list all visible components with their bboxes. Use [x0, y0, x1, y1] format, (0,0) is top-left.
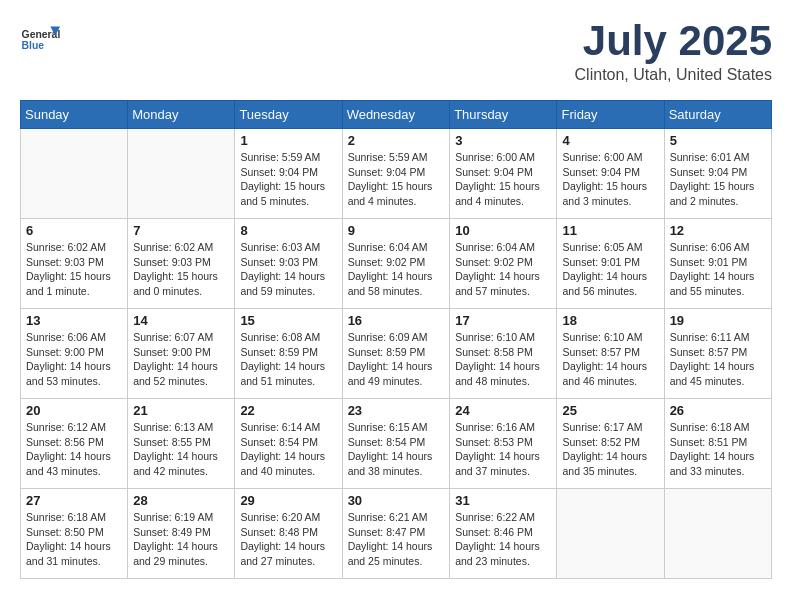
day-header-saturday: Saturday — [664, 101, 771, 129]
calendar-cell: 15Sunrise: 6:08 AM Sunset: 8:59 PM Dayli… — [235, 309, 342, 399]
day-number: 7 — [133, 223, 229, 238]
calendar-cell: 6Sunrise: 6:02 AM Sunset: 9:03 PM Daylig… — [21, 219, 128, 309]
calendar-cell: 19Sunrise: 6:11 AM Sunset: 8:57 PM Dayli… — [664, 309, 771, 399]
calendar-week-2: 6Sunrise: 6:02 AM Sunset: 9:03 PM Daylig… — [21, 219, 772, 309]
day-number: 29 — [240, 493, 336, 508]
day-info: Sunrise: 6:10 AM Sunset: 8:58 PM Dayligh… — [455, 330, 551, 389]
calendar-cell — [664, 489, 771, 579]
calendar-cell: 10Sunrise: 6:04 AM Sunset: 9:02 PM Dayli… — [450, 219, 557, 309]
calendar-cell: 7Sunrise: 6:02 AM Sunset: 9:03 PM Daylig… — [128, 219, 235, 309]
calendar-week-1: 1Sunrise: 5:59 AM Sunset: 9:04 PM Daylig… — [21, 129, 772, 219]
day-number: 8 — [240, 223, 336, 238]
day-number: 6 — [26, 223, 122, 238]
day-number: 23 — [348, 403, 445, 418]
day-info: Sunrise: 6:09 AM Sunset: 8:59 PM Dayligh… — [348, 330, 445, 389]
day-info: Sunrise: 6:14 AM Sunset: 8:54 PM Dayligh… — [240, 420, 336, 479]
day-header-tuesday: Tuesday — [235, 101, 342, 129]
day-info: Sunrise: 6:10 AM Sunset: 8:57 PM Dayligh… — [562, 330, 658, 389]
calendar-cell: 13Sunrise: 6:06 AM Sunset: 9:00 PM Dayli… — [21, 309, 128, 399]
day-number: 24 — [455, 403, 551, 418]
day-info: Sunrise: 6:11 AM Sunset: 8:57 PM Dayligh… — [670, 330, 766, 389]
location: Clinton, Utah, United States — [575, 66, 772, 84]
calendar-cell: 1Sunrise: 5:59 AM Sunset: 9:04 PM Daylig… — [235, 129, 342, 219]
day-info: Sunrise: 6:01 AM Sunset: 9:04 PM Dayligh… — [670, 150, 766, 209]
day-header-wednesday: Wednesday — [342, 101, 450, 129]
calendar-cell: 3Sunrise: 6:00 AM Sunset: 9:04 PM Daylig… — [450, 129, 557, 219]
day-info: Sunrise: 5:59 AM Sunset: 9:04 PM Dayligh… — [348, 150, 445, 209]
day-number: 3 — [455, 133, 551, 148]
page-header: General Blue July 2025 Clinton, Utah, Un… — [20, 20, 772, 84]
day-info: Sunrise: 5:59 AM Sunset: 9:04 PM Dayligh… — [240, 150, 336, 209]
day-header-monday: Monday — [128, 101, 235, 129]
calendar-cell: 27Sunrise: 6:18 AM Sunset: 8:50 PM Dayli… — [21, 489, 128, 579]
day-number: 22 — [240, 403, 336, 418]
calendar-table: SundayMondayTuesdayWednesdayThursdayFrid… — [20, 100, 772, 579]
day-info: Sunrise: 6:22 AM Sunset: 8:46 PM Dayligh… — [455, 510, 551, 569]
calendar-cell: 29Sunrise: 6:20 AM Sunset: 8:48 PM Dayli… — [235, 489, 342, 579]
day-number: 17 — [455, 313, 551, 328]
calendar-cell: 18Sunrise: 6:10 AM Sunset: 8:57 PM Dayli… — [557, 309, 664, 399]
calendar-week-4: 20Sunrise: 6:12 AM Sunset: 8:56 PM Dayli… — [21, 399, 772, 489]
calendar-week-3: 13Sunrise: 6:06 AM Sunset: 9:00 PM Dayli… — [21, 309, 772, 399]
day-info: Sunrise: 6:02 AM Sunset: 9:03 PM Dayligh… — [26, 240, 122, 299]
day-info: Sunrise: 6:08 AM Sunset: 8:59 PM Dayligh… — [240, 330, 336, 389]
day-number: 18 — [562, 313, 658, 328]
svg-text:Blue: Blue — [22, 40, 45, 51]
day-info: Sunrise: 6:04 AM Sunset: 9:02 PM Dayligh… — [348, 240, 445, 299]
day-number: 2 — [348, 133, 445, 148]
day-number: 28 — [133, 493, 229, 508]
day-info: Sunrise: 6:04 AM Sunset: 9:02 PM Dayligh… — [455, 240, 551, 299]
day-info: Sunrise: 6:12 AM Sunset: 8:56 PM Dayligh… — [26, 420, 122, 479]
calendar-cell: 21Sunrise: 6:13 AM Sunset: 8:55 PM Dayli… — [128, 399, 235, 489]
logo-icon: General Blue — [20, 20, 60, 60]
day-info: Sunrise: 6:19 AM Sunset: 8:49 PM Dayligh… — [133, 510, 229, 569]
calendar-cell: 11Sunrise: 6:05 AM Sunset: 9:01 PM Dayli… — [557, 219, 664, 309]
day-number: 4 — [562, 133, 658, 148]
calendar-cell: 30Sunrise: 6:21 AM Sunset: 8:47 PM Dayli… — [342, 489, 450, 579]
day-info: Sunrise: 6:18 AM Sunset: 8:50 PM Dayligh… — [26, 510, 122, 569]
calendar-cell: 9Sunrise: 6:04 AM Sunset: 9:02 PM Daylig… — [342, 219, 450, 309]
day-header-friday: Friday — [557, 101, 664, 129]
calendar-week-5: 27Sunrise: 6:18 AM Sunset: 8:50 PM Dayli… — [21, 489, 772, 579]
calendar-header-row: SundayMondayTuesdayWednesdayThursdayFrid… — [21, 101, 772, 129]
day-number: 5 — [670, 133, 766, 148]
day-info: Sunrise: 6:00 AM Sunset: 9:04 PM Dayligh… — [562, 150, 658, 209]
calendar-cell — [21, 129, 128, 219]
day-number: 27 — [26, 493, 122, 508]
day-number: 12 — [670, 223, 766, 238]
day-info: Sunrise: 6:05 AM Sunset: 9:01 PM Dayligh… — [562, 240, 658, 299]
calendar-cell: 8Sunrise: 6:03 AM Sunset: 9:03 PM Daylig… — [235, 219, 342, 309]
day-number: 16 — [348, 313, 445, 328]
day-number: 31 — [455, 493, 551, 508]
day-info: Sunrise: 6:02 AM Sunset: 9:03 PM Dayligh… — [133, 240, 229, 299]
day-number: 13 — [26, 313, 122, 328]
day-info: Sunrise: 6:21 AM Sunset: 8:47 PM Dayligh… — [348, 510, 445, 569]
calendar-cell: 22Sunrise: 6:14 AM Sunset: 8:54 PM Dayli… — [235, 399, 342, 489]
day-number: 9 — [348, 223, 445, 238]
day-number: 26 — [670, 403, 766, 418]
calendar-cell: 16Sunrise: 6:09 AM Sunset: 8:59 PM Dayli… — [342, 309, 450, 399]
month-title: July 2025 — [575, 20, 772, 62]
day-info: Sunrise: 6:00 AM Sunset: 9:04 PM Dayligh… — [455, 150, 551, 209]
calendar-cell: 25Sunrise: 6:17 AM Sunset: 8:52 PM Dayli… — [557, 399, 664, 489]
day-info: Sunrise: 6:20 AM Sunset: 8:48 PM Dayligh… — [240, 510, 336, 569]
day-info: Sunrise: 6:16 AM Sunset: 8:53 PM Dayligh… — [455, 420, 551, 479]
day-info: Sunrise: 6:13 AM Sunset: 8:55 PM Dayligh… — [133, 420, 229, 479]
calendar-cell: 28Sunrise: 6:19 AM Sunset: 8:49 PM Dayli… — [128, 489, 235, 579]
calendar-cell: 12Sunrise: 6:06 AM Sunset: 9:01 PM Dayli… — [664, 219, 771, 309]
calendar-cell: 24Sunrise: 6:16 AM Sunset: 8:53 PM Dayli… — [450, 399, 557, 489]
day-info: Sunrise: 6:17 AM Sunset: 8:52 PM Dayligh… — [562, 420, 658, 479]
calendar-cell: 4Sunrise: 6:00 AM Sunset: 9:04 PM Daylig… — [557, 129, 664, 219]
day-info: Sunrise: 6:03 AM Sunset: 9:03 PM Dayligh… — [240, 240, 336, 299]
day-number: 11 — [562, 223, 658, 238]
day-number: 19 — [670, 313, 766, 328]
day-number: 10 — [455, 223, 551, 238]
day-number: 1 — [240, 133, 336, 148]
day-info: Sunrise: 6:18 AM Sunset: 8:51 PM Dayligh… — [670, 420, 766, 479]
day-number: 15 — [240, 313, 336, 328]
calendar-cell: 14Sunrise: 6:07 AM Sunset: 9:00 PM Dayli… — [128, 309, 235, 399]
day-info: Sunrise: 6:07 AM Sunset: 9:00 PM Dayligh… — [133, 330, 229, 389]
calendar-cell — [557, 489, 664, 579]
day-info: Sunrise: 6:06 AM Sunset: 9:01 PM Dayligh… — [670, 240, 766, 299]
logo: General Blue — [20, 20, 60, 60]
